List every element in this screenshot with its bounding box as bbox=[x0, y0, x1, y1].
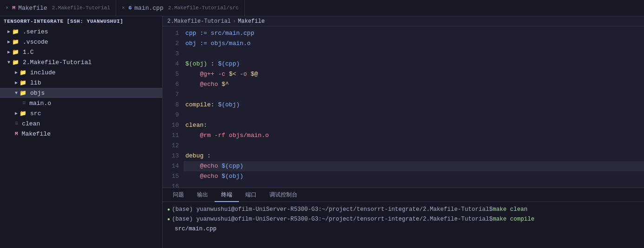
chevron-lib bbox=[15, 80, 18, 85]
code-line bbox=[184, 49, 644, 59]
folder-icon-objs: 📁 bbox=[20, 90, 26, 97]
line-number: 14 bbox=[163, 161, 179, 171]
code-line bbox=[184, 110, 644, 120]
token: @echo bbox=[185, 173, 222, 180]
token: $^ bbox=[222, 81, 229, 88]
line-number: 16 bbox=[163, 182, 179, 188]
breadcrumb-sep1: › bbox=[233, 18, 236, 25]
terminal-content[interactable]: ●(base) yuanwushui@ofilm-UniServer-R5300… bbox=[163, 202, 644, 248]
line-number: 8 bbox=[163, 100, 179, 110]
line-number: 2 bbox=[163, 39, 179, 49]
token: -o bbox=[236, 71, 250, 78]
sidebar-item-include[interactable]: 📁include bbox=[0, 67, 162, 78]
panel-tab-output[interactable]: 输出 bbox=[191, 188, 215, 202]
token: : bbox=[204, 122, 207, 129]
panel-tabs: 问题输出终端端口调试控制台 bbox=[163, 188, 644, 202]
chevron-2makefile bbox=[7, 60, 10, 65]
code-line: @echo $(obj) bbox=[184, 171, 644, 182]
panel-tab-port[interactable]: 端口 bbox=[239, 188, 263, 202]
sidebar-label-1c: 1.C bbox=[23, 49, 33, 56]
token: clean bbox=[185, 122, 204, 129]
token: @g++ -c bbox=[185, 71, 229, 78]
sidebar-item-series[interactable]: 📁.series bbox=[0, 26, 162, 37]
panel-tab-debug-console[interactable]: 调试控制台 bbox=[263, 188, 304, 202]
line-number: 10 bbox=[163, 120, 179, 131]
term-cmd: make compile bbox=[493, 215, 534, 224]
token: @echo bbox=[185, 163, 222, 170]
token: $(cpp) bbox=[218, 60, 240, 67]
sidebar-item-clean[interactable]: ≡clean bbox=[0, 118, 162, 129]
terminal-line: ●(base) yuanwushui@ofilm-UniServer-R5300… bbox=[167, 205, 639, 215]
code-line bbox=[184, 90, 644, 100]
code-line: @echo $^ bbox=[184, 79, 644, 90]
tab-close-main-cpp[interactable]: × bbox=[122, 5, 125, 11]
sidebar-item-2makefile[interactable]: 📁2.Makefile-Tutorial bbox=[0, 57, 162, 67]
file-icon-clean: ≡ bbox=[15, 120, 18, 127]
folder-icon-series: 📁 bbox=[12, 28, 19, 35]
tab-file-icon-main-cpp: G bbox=[129, 5, 132, 11]
line-number: 6 bbox=[163, 79, 179, 90]
tab-name-main-cpp: main.cpp bbox=[134, 5, 163, 12]
sidebar-label-series: .series bbox=[23, 28, 48, 35]
code-line: @rm -rf objs/main.o bbox=[184, 131, 644, 141]
terminal-line: ●(base) yuanwushui@ofilm-UniServer-R5300… bbox=[167, 215, 639, 224]
tab-subtitle-main-cpp: 2.Makefile-Tutorial/src bbox=[168, 5, 239, 11]
line-number: 4 bbox=[163, 59, 179, 69]
breadcrumb: 2.Makefile-Tutorial › Makefile bbox=[163, 16, 644, 26]
sidebar-item-main-o[interactable]: ≡main.o bbox=[0, 98, 162, 108]
sidebar-item-makefile-file[interactable]: MMakefile bbox=[0, 129, 162, 139]
token: $< bbox=[229, 71, 237, 78]
term-cmd: make clean bbox=[493, 205, 527, 214]
chevron-objs bbox=[15, 91, 18, 96]
tabs-bar: × M Makefile 2.Makefile-Tutorial × G mai… bbox=[0, 0, 644, 16]
folder-icon-src: 📁 bbox=[20, 110, 26, 117]
line-numbers: 123456789101112131415161718 bbox=[163, 26, 184, 188]
tab-close-makefile[interactable]: × bbox=[6, 5, 9, 11]
sidebar-item-objs[interactable]: 📁objs bbox=[0, 88, 162, 98]
term-prompt: (base) yuanwushui@ofilm-UniServer-R5300-… bbox=[172, 215, 493, 224]
file-icon-makefile-file: M bbox=[15, 131, 18, 137]
chevron-src bbox=[15, 111, 18, 116]
sidebar-section-label: TENSORRT-INTEGRATE [SSH: YUANWUSHUI] bbox=[4, 19, 123, 24]
code-line: @echo $(cpp) bbox=[184, 161, 644, 171]
folder-icon-lib: 📁 bbox=[20, 79, 26, 86]
sidebar-label-main-o: main.o bbox=[29, 100, 51, 107]
folder-icon-vscode: 📁 bbox=[12, 39, 19, 46]
sidebar-label-makefile-file: Makefile bbox=[22, 131, 51, 137]
sidebar: TENSORRT-INTEGRATE [SSH: YUANWUSHUI] 📁.s… bbox=[0, 16, 163, 248]
panel-area: 问题输出终端端口调试控制台 ●(base) yuanwushui@ofilm-U… bbox=[163, 188, 644, 248]
tab-name-makefile: Makefile bbox=[18, 5, 47, 12]
term-dot: ● bbox=[167, 215, 170, 224]
code-line: obj := objs/main.o bbox=[184, 39, 644, 49]
panel-tab-terminal[interactable]: 终端 bbox=[215, 188, 239, 202]
sidebar-item-lib[interactable]: 📁lib bbox=[0, 78, 162, 88]
code-line: @g++ -c $< -o $@ bbox=[184, 69, 644, 79]
sidebar-section-header[interactable]: TENSORRT-INTEGRATE [SSH: YUANWUSHUI] bbox=[0, 16, 162, 26]
breadcrumb-part2: Makefile bbox=[238, 18, 265, 25]
token: $(cpp) bbox=[222, 163, 243, 170]
sidebar-label-clean: clean bbox=[22, 120, 40, 127]
sidebar-label-src: src bbox=[30, 110, 41, 117]
folder-icon-include: 📁 bbox=[20, 69, 26, 76]
sidebar-item-1c[interactable]: 📁1.C bbox=[0, 47, 162, 57]
sidebar-label-lib: lib bbox=[30, 79, 41, 86]
sidebar-item-src[interactable]: 📁src bbox=[0, 108, 162, 118]
token: compile bbox=[185, 101, 211, 108]
token: $(obj) bbox=[222, 173, 243, 180]
code-content[interactable]: cpp := src/main.cppobj := objs/main.o $(… bbox=[184, 26, 644, 188]
token: @echo bbox=[185, 81, 222, 88]
tab-makefile[interactable]: × M Makefile 2.Makefile-Tutorial bbox=[0, 0, 116, 16]
token: cpp := src/main.cpp bbox=[185, 30, 254, 37]
chevron-series bbox=[7, 29, 10, 34]
sidebar-label-include: include bbox=[30, 69, 56, 76]
sidebar-label-2makefile: 2.Makefile-Tutorial bbox=[23, 59, 92, 66]
folder-icon-2makefile: 📁 bbox=[12, 59, 19, 66]
line-number: 12 bbox=[163, 141, 179, 151]
tab-main-cpp[interactable]: × G main.cpp 2.Makefile-Tutorial/src bbox=[116, 0, 244, 16]
code-line bbox=[184, 141, 644, 151]
sidebar-item-vscode[interactable]: 📁.vscode bbox=[0, 37, 162, 47]
chevron-vscode bbox=[7, 39, 10, 45]
main-layout: TENSORRT-INTEGRATE [SSH: YUANWUSHUI] 📁.s… bbox=[0, 16, 644, 248]
panel-tab-problems[interactable]: 问题 bbox=[166, 188, 191, 202]
token: @rm -rf objs/main.o bbox=[185, 132, 269, 139]
